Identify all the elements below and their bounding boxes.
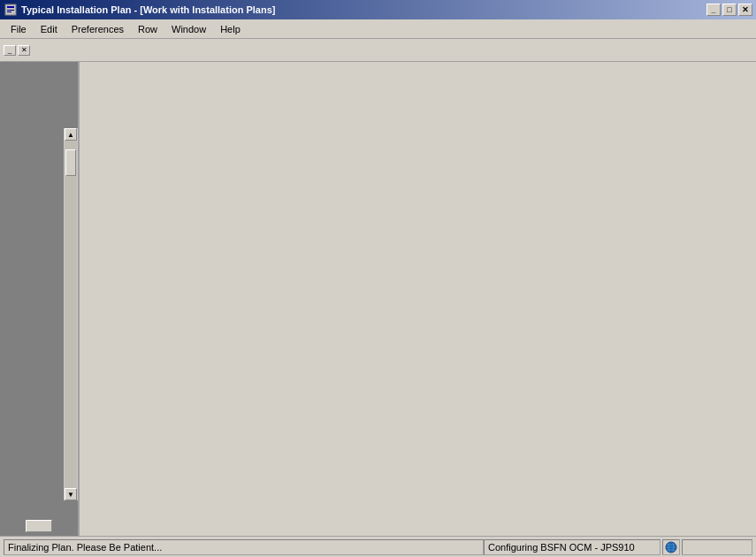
menu-row[interactable]: Row xyxy=(131,22,164,36)
menu-preferences[interactable]: Preferences xyxy=(65,22,131,36)
svg-rect-1 xyxy=(7,6,14,8)
svg-rect-2 xyxy=(7,10,14,11)
sidebar: ▲ ▼ xyxy=(0,62,80,536)
sidebar-scroll-area: ▲ ▼ xyxy=(0,128,78,500)
menu-edit[interactable]: Edit xyxy=(34,22,65,36)
close-button[interactable]: ✕ xyxy=(738,4,752,16)
menu-window[interactable]: Window xyxy=(164,22,213,36)
scrollbar-track xyxy=(65,141,77,488)
title-text: Typical Installation Plan - [Work with I… xyxy=(21,4,275,15)
scrollbar-down-button[interactable]: ▼ xyxy=(65,488,77,500)
status-main-text: Finalizing Plan. Please Be Patient... xyxy=(4,539,484,555)
maximize-button[interactable]: □ xyxy=(722,4,737,16)
sidebar-top xyxy=(0,62,78,128)
status-progress-bar xyxy=(682,539,752,555)
sidebar-bottom-button[interactable] xyxy=(26,520,52,532)
main-area: ▲ ▼ xyxy=(0,62,756,536)
menu-file[interactable]: File xyxy=(4,22,34,36)
inner-window-controls: _ ✕ xyxy=(4,45,30,56)
scrollbar-thumb[interactable] xyxy=(65,149,76,176)
sidebar-bottom xyxy=(0,500,78,536)
status-globe-icon xyxy=(662,539,680,555)
status-right-section: Configuring BSFN OCM - JPS910 xyxy=(484,539,752,555)
menu-help[interactable]: Help xyxy=(213,22,248,36)
inner-minimize-button[interactable]: _ xyxy=(4,45,16,56)
status-config-text: Configuring BSFN OCM - JPS910 xyxy=(484,539,661,555)
config-message: Configuring BSFN OCM - JPS910 xyxy=(488,542,635,553)
status-bar: Finalizing Plan. Please Be Patient... Co… xyxy=(0,536,756,557)
sidebar-scrollbar: ▲ ▼ xyxy=(64,128,78,500)
status-message: Finalizing Plan. Please Be Patient... xyxy=(8,542,162,553)
title-bar-buttons: _ □ ✕ xyxy=(706,4,752,16)
inner-close-button[interactable]: ✕ xyxy=(18,45,30,56)
content-area xyxy=(80,62,756,536)
scrollbar-up-button[interactable]: ▲ xyxy=(65,128,77,141)
toolbar-area: _ ✕ xyxy=(0,39,756,62)
app-icon xyxy=(4,3,18,17)
title-bar: Typical Installation Plan - [Work with I… xyxy=(0,0,756,19)
svg-rect-3 xyxy=(7,11,11,12)
minimize-button[interactable]: _ xyxy=(706,4,721,16)
menu-bar: File Edit Preferences Row Window Help xyxy=(0,19,756,39)
